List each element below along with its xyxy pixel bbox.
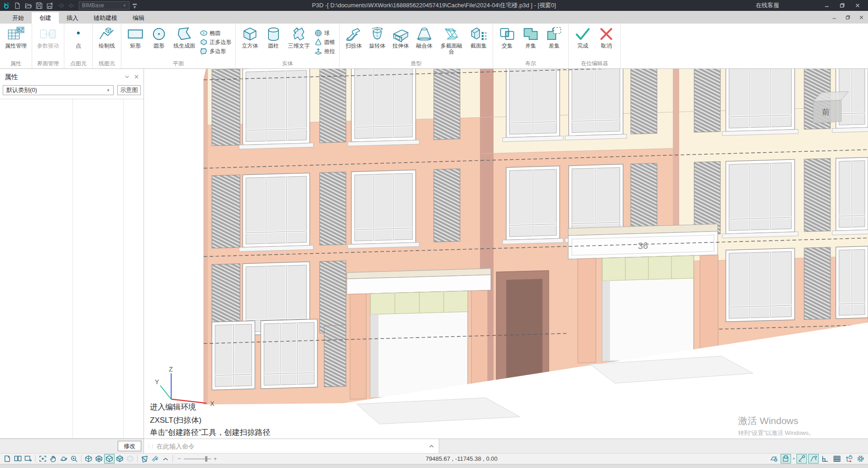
ribbon-group-label: 属性 xyxy=(2,60,29,68)
workspace-combo[interactable]: BIMBase ▼ xyxy=(79,1,129,10)
viewport-3d[interactable]: 36 xyxy=(144,69,868,439)
restore-button[interactable] xyxy=(834,0,850,11)
ribbon-button-截面集[interactable]: 截面集 xyxy=(467,24,490,60)
smooth-curve-button[interactable] xyxy=(808,454,819,463)
ribbon-group-label: 平面 xyxy=(124,60,233,68)
schematic-button[interactable]: 示意图 xyxy=(117,85,141,95)
ribbon-button-交集[interactable]: 交集 xyxy=(495,24,519,60)
new-file-button[interactable] xyxy=(14,2,21,10)
drag-grip-icon[interactable]: ⋮⋮ xyxy=(147,444,154,449)
toolbar-separator xyxy=(35,455,36,462)
object-snap-button[interactable] xyxy=(769,454,779,463)
settings-gear-button[interactable] xyxy=(855,454,866,463)
pick-box-button[interactable] xyxy=(781,454,791,463)
command-input[interactable] xyxy=(157,443,426,450)
save-button[interactable] xyxy=(35,2,43,10)
ribbon-button-拉伸体[interactable]: 拉伸体 xyxy=(389,24,412,60)
settings-gear-icon xyxy=(856,455,865,463)
customize-toolbar-button[interactable]: ▬▼ xyxy=(133,2,137,9)
ribbon-button-球[interactable]: 球 xyxy=(313,29,336,38)
ribbon-button-多边形[interactable]: 多边形 xyxy=(199,47,232,56)
category-dropdown[interactable]: 默认类别(0) ▼ xyxy=(3,85,114,95)
grid-snap-button[interactable] xyxy=(832,454,842,463)
view-edges-button[interactable] xyxy=(94,454,104,463)
section-view-button[interactable] xyxy=(139,454,150,463)
view-wireframe-button[interactable] xyxy=(83,454,94,463)
tab-开始[interactable]: 开始 xyxy=(5,12,32,24)
ortho-mode-button[interactable] xyxy=(820,454,830,463)
close-button[interactable] xyxy=(850,0,865,11)
redo-button[interactable] xyxy=(68,2,76,10)
modify-button[interactable]: 修改 xyxy=(118,441,141,451)
chevron-icon[interactable]: ▾ xyxy=(791,457,796,461)
panel-close-button[interactable] xyxy=(134,74,139,81)
ribbon-button-三维文字[interactable]: 三维文字 xyxy=(285,24,312,60)
collapse-command-bar-button[interactable] xyxy=(426,443,437,449)
online-support-link[interactable]: 在线客服 xyxy=(756,1,779,10)
new-view-button[interactable] xyxy=(2,454,13,463)
pan-hand-button[interactable] xyxy=(48,454,58,463)
ribbon-button-旋转体[interactable]: 旋转体 xyxy=(365,24,389,60)
ribbon-tab-row: 开始创建插入辅助建模编辑 xyxy=(0,11,868,24)
view-shaded-button[interactable] xyxy=(115,454,125,463)
ribbon-button-点[interactable]: 点 xyxy=(67,24,90,60)
view-solid-button[interactable] xyxy=(125,454,135,463)
ribbon-button-取消[interactable]: 取消 xyxy=(595,24,618,60)
expand-up-button[interactable] xyxy=(160,454,171,463)
polygon-tool-icon xyxy=(200,48,208,55)
child-close-button[interactable] xyxy=(854,12,868,22)
zoom-slider-track[interactable] xyxy=(184,458,211,459)
ribbon-button-矩形[interactable]: 矩形 xyxy=(124,24,147,60)
ribbon-button-扫掠体[interactable]: 扫掠体 xyxy=(342,24,365,60)
axis-lock-button[interactable] xyxy=(844,454,854,463)
ribbon-button-绘制线[interactable]: 绘制线 xyxy=(95,24,119,60)
ribbon-button-圆形[interactable]: 圆形 xyxy=(147,24,171,60)
minimize-button[interactable] xyxy=(819,0,834,11)
polar-snap-button[interactable] xyxy=(796,454,807,463)
zoom-search-button[interactable] xyxy=(69,454,79,463)
zoom-in-icon[interactable]: + xyxy=(214,455,217,462)
ribbon-group-label: 在位编辑器 xyxy=(571,60,618,68)
add-view-button[interactable] xyxy=(23,454,34,463)
ribbon-button-圆柱[interactable]: 圆柱 xyxy=(262,24,285,60)
ellipse-tool-icon xyxy=(200,29,208,37)
button-label: 截面集 xyxy=(470,43,487,49)
tab-编辑[interactable]: 编辑 xyxy=(125,12,152,24)
ribbon-button-圆锥[interactable]: 圆锥 xyxy=(313,38,336,47)
message-line: ZXSLT(扫掠体) xyxy=(150,416,201,425)
save-as-button[interactable] xyxy=(46,2,54,10)
open-file-button[interactable] xyxy=(24,2,32,10)
panel-collapse-button[interactable] xyxy=(125,74,129,81)
display-style-button[interactable] xyxy=(150,454,160,463)
ribbon-button-完成[interactable]: 完成 xyxy=(571,24,595,60)
property-grid[interactable] xyxy=(0,99,144,439)
ribbon: BZ属性管理属性参数驱动界面管理点点图元绘制线线图元矩形圆形线生成面椭圆正多边形… xyxy=(0,24,868,69)
ribbon-button-推拉[interactable]: 推拉 xyxy=(313,47,336,56)
zoom-out-icon[interactable]: − xyxy=(177,455,181,462)
zoom-slider[interactable]: − + xyxy=(177,455,217,462)
child-minimize-button[interactable] xyxy=(827,12,841,22)
tile-views-button[interactable] xyxy=(13,454,23,463)
ribbon-button-立方体[interactable]: 立方体 xyxy=(238,24,262,60)
ribbon-button-融合体[interactable]: 融合体 xyxy=(412,24,436,60)
ribbon-button-椭圆[interactable]: 椭圆 xyxy=(199,29,232,38)
ribbon-button-正多边形[interactable]: 正多边形 xyxy=(199,38,232,47)
ribbon-button-差集[interactable]: 差集 xyxy=(542,24,566,60)
window-title: P3D -[ D:\documents\WXWork\1688856220457… xyxy=(0,1,868,10)
view-hidden-line-button[interactable] xyxy=(104,454,115,463)
ribbon-group-label: 实体 xyxy=(238,60,337,68)
tab-辅助建模[interactable]: 辅助建模 xyxy=(86,12,125,24)
orbit-button[interactable] xyxy=(58,454,69,463)
ribbon-button-线生成面[interactable]: 线生成面 xyxy=(171,24,198,60)
ribbon-button-属性管理[interactable]: BZ属性管理 xyxy=(2,24,29,60)
tab-插入[interactable]: 插入 xyxy=(59,12,86,24)
zoom-slider-thumb[interactable] xyxy=(205,456,207,462)
zoom-extents-button[interactable] xyxy=(38,454,48,463)
button-label: 矩形 xyxy=(130,43,141,49)
child-restore-button[interactable] xyxy=(841,12,854,22)
ribbon-button-参数驱动[interactable]: 参数驱动 xyxy=(34,24,62,60)
ribbon-button-并集[interactable]: 并集 xyxy=(519,24,542,60)
tab-创建[interactable]: 创建 xyxy=(32,12,59,24)
ribbon-button-多截面融合[interactable]: 多截面融合 xyxy=(436,24,467,60)
undo-button[interactable] xyxy=(57,2,65,10)
